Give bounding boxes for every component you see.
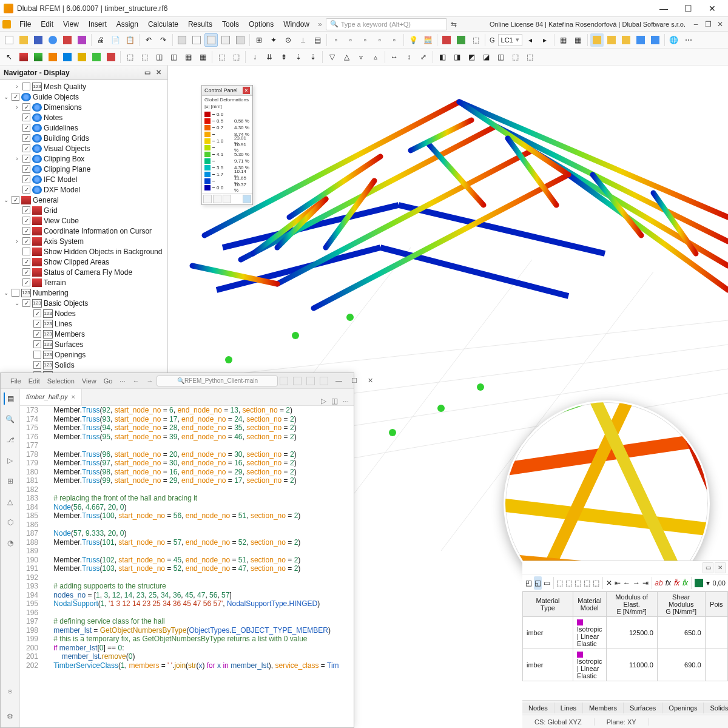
window-maximize-button[interactable]: ☐ <box>676 1 700 16</box>
cp-mode2-button[interactable] <box>213 195 221 203</box>
tb-action1-icon[interactable] <box>46 33 59 47</box>
tb2-dim3-icon[interactable]: ⤢ <box>417 50 430 64</box>
dt-a5-icon[interactable]: ⬚ <box>592 576 600 590</box>
source-control-icon[interactable]: ⎇ <box>4 434 16 446</box>
tb2-sup3-icon[interactable]: ▿ <box>354 50 368 64</box>
control-panel-close-icon[interactable]: × <box>243 87 250 94</box>
tb-pan2-icon[interactable] <box>605 33 618 47</box>
tb-run-icon[interactable]: 🧮 <box>421 33 434 47</box>
th-mod-e[interactable]: Modulus of Elast. E [N/mm²] <box>606 592 657 617</box>
tb2-c6-icon[interactable] <box>90 50 103 64</box>
tb-obj3-icon[interactable]: ▫ <box>359 33 372 47</box>
tb-render1-icon[interactable] <box>204 33 218 47</box>
vscode-layout3-icon[interactable] <box>306 377 315 385</box>
dt-sel1-icon[interactable]: ◰ <box>525 576 533 590</box>
tb2-sup1-icon[interactable]: ▽ <box>325 50 339 64</box>
menu-calculate[interactable]: Calculate <box>143 19 183 30</box>
vscode-layout2-icon[interactable] <box>293 377 302 385</box>
menu-close-icon[interactable]: ✕ <box>715 20 726 29</box>
dt-a2-icon[interactable]: ⬚ <box>565 576 573 590</box>
tb-more-icon[interactable]: ⋯ <box>682 33 695 47</box>
tb2-arr1-icon[interactable]: ↓ <box>248 50 261 64</box>
tree-item[interactable]: 123Openings <box>0 349 167 360</box>
tb2-g6-icon[interactable]: ▦ <box>196 50 209 64</box>
tree-item[interactable]: IFC Model <box>0 174 167 184</box>
search-icon[interactable]: 🔍 <box>4 413 16 425</box>
tb-snap-icon[interactable]: ⊙ <box>281 33 295 47</box>
vscode-layout1-icon[interactable] <box>280 377 288 385</box>
dock-tab-surfaces[interactable]: Surfaces <box>624 703 662 713</box>
editor-tab-close-icon[interactable]: × <box>71 393 75 400</box>
tb-table-icon[interactable]: ▦ <box>557 33 570 47</box>
tb-net-icon[interactable]: 🌐 <box>667 33 681 47</box>
dock-tab-members[interactable]: Members <box>583 703 624 713</box>
dt-b3-icon[interactable]: → <box>632 576 641 590</box>
tb-obj2-icon[interactable]: ▫ <box>344 33 357 47</box>
tb2-arr2-icon[interactable]: ⇊ <box>263 50 276 64</box>
menu-overflow-icon[interactable]: » <box>315 20 325 29</box>
vscode-title-bar[interactable]: FileEditSelectionViewGo ··· ← → 🔍 RFEM_P… <box>1 373 354 389</box>
tb-calc-icon[interactable]: 💡 <box>406 33 420 47</box>
tree-item[interactable]: Show Hidden Objects in Background <box>0 246 167 257</box>
tb2-g2-icon[interactable]: ⬚ <box>138 50 151 64</box>
dt-b1-icon[interactable]: ⇤ <box>614 576 621 590</box>
tb2-g1-icon[interactable]: ⬚ <box>123 50 136 64</box>
tb-action2-icon[interactable] <box>61 33 74 47</box>
tb-action3-icon[interactable] <box>75 33 89 47</box>
menu-tools[interactable]: Tools <box>217 19 244 30</box>
tb2-g5-icon[interactable]: ▦ <box>181 50 195 64</box>
tree-item[interactable]: ›Axis System <box>0 236 167 246</box>
tb2-f2-icon[interactable]: ⬚ <box>229 50 243 64</box>
editor-content[interactable]: 173 Member.Truss(92, start_node_no = 6, … <box>20 406 354 727</box>
tb2-arr5-icon[interactable]: ⇣ <box>306 50 320 64</box>
tree-item[interactable]: DXF Model <box>0 184 167 195</box>
dt-fx2-icon[interactable]: f̃x <box>673 576 680 590</box>
vscode-menu-view[interactable]: View <box>78 377 100 385</box>
menu-view[interactable]: View <box>58 19 84 30</box>
tb2-c3-icon[interactable] <box>46 50 59 64</box>
vscode-max-icon[interactable]: ☐ <box>347 377 362 385</box>
tb2-arr3-icon[interactable]: ⇟ <box>277 50 291 64</box>
control-panel-title-bar[interactable]: Control Panel × <box>202 86 252 96</box>
dt-x-icon[interactable]: ✕ <box>605 576 613 590</box>
dock-tab-lines[interactable]: Lines <box>554 703 583 713</box>
tree-item[interactable]: ⌄Guide Objects <box>0 92 167 102</box>
tree-item[interactable]: ⌄123Numbering <box>0 288 167 298</box>
dt-b2-icon[interactable]: ← <box>622 576 631 590</box>
tb-render3-icon[interactable] <box>234 33 247 47</box>
tb-grid-icon[interactable]: ⊞ <box>252 33 266 47</box>
tb-print-icon[interactable]: 🖨 <box>94 33 107 47</box>
tb-redo-icon[interactable]: ↷ <box>157 33 170 47</box>
tb-copy-icon[interactable]: 📋 <box>123 33 136 47</box>
navigator-float-icon[interactable]: ▭ <box>142 67 153 78</box>
tb-report-icon[interactable]: 📄 <box>109 33 122 47</box>
tree-item[interactable]: Building Grids <box>0 133 167 143</box>
tb-pan3-icon[interactable] <box>619 33 633 47</box>
dock-tab-nodes[interactable]: Nodes <box>522 703 554 713</box>
tb-prev-icon[interactable]: ◂ <box>524 33 537 47</box>
dt-a3-icon[interactable]: ⬚ <box>574 576 582 590</box>
dock-tab-solids[interactable]: Solids <box>704 703 728 713</box>
tb2-c4-icon[interactable] <box>61 50 74 64</box>
remote-icon[interactable]: ⬡ <box>4 516 16 528</box>
vscode-menu-file[interactable]: File <box>7 377 25 385</box>
th-mat-type[interactable]: Material Type <box>523 592 573 617</box>
tb-layer-icon[interactable]: ▤ <box>311 33 324 47</box>
dt-fx1-icon[interactable]: fx <box>665 576 672 590</box>
tb-xyz-icon[interactable]: ⟂ <box>296 33 309 47</box>
vscode-menu-go[interactable]: Go <box>100 377 116 385</box>
tb-pan5-icon[interactable] <box>649 33 662 47</box>
menu-results[interactable]: Results <box>183 19 217 30</box>
editor-tab[interactable]: timber_hall.py × <box>20 389 82 405</box>
vscode-menu-selection[interactable]: Selection <box>44 377 78 385</box>
tb-nav-icon[interactable] <box>440 33 453 47</box>
tb-obj1-icon[interactable]: ▫ <box>329 33 343 47</box>
dt-a1-icon[interactable]: ⬚ <box>556 576 564 590</box>
tb-new-icon[interactable] <box>2 33 16 47</box>
tb2-c5-icon[interactable] <box>75 50 89 64</box>
cp-mode3-button[interactable] <box>223 195 231 203</box>
tb-save-icon[interactable] <box>32 33 45 47</box>
tree-item[interactable]: Coordinate Information on Cursor <box>0 226 167 236</box>
tree-item[interactable]: Terrain <box>0 277 167 288</box>
tb2-sup2-icon[interactable]: △ <box>340 50 353 64</box>
